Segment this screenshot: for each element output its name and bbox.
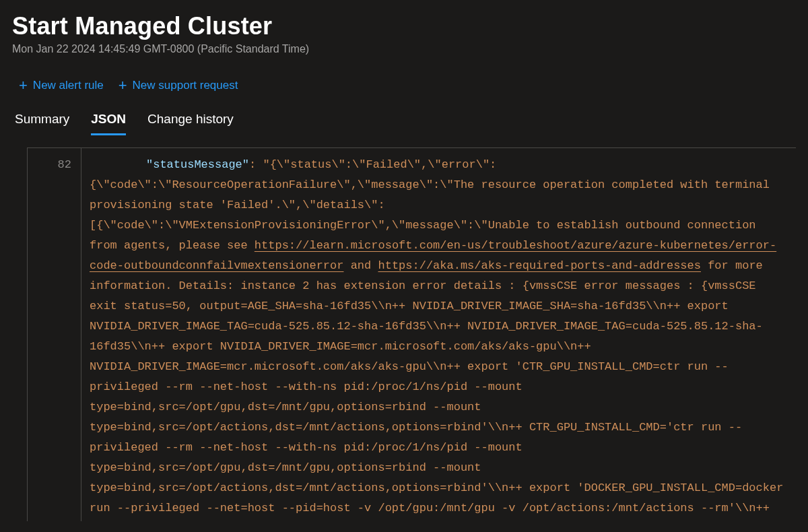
json-value-between: and [343, 259, 378, 272]
new-support-request-button[interactable]: + New support request [119, 78, 238, 93]
new-support-label: New support request [133, 79, 238, 92]
detail-tabs: Summary JSON Change history [12, 112, 796, 135]
line-number: 82 [28, 155, 71, 175]
new-alert-label: New alert rule [33, 79, 104, 92]
action-bar: + New alert rule + New support request [12, 78, 796, 93]
doc-link-ports[interactable]: https://aka.ms/aks-required-ports-and-ad… [378, 259, 700, 272]
page-title: Start Managed Cluster [12, 0, 796, 40]
json-code-body[interactable]: "statusMessage": "{\"status\":\"Failed\"… [81, 148, 796, 521]
json-code-panel: 82 "statusMessage": "{\"status\":\"Faile… [27, 147, 796, 521]
json-key: "statusMessage" [146, 158, 249, 171]
new-alert-rule-button[interactable]: + New alert rule [19, 78, 104, 93]
tab-summary[interactable]: Summary [15, 112, 69, 135]
json-value-part2: for more information. Details: instance … [90, 259, 790, 521]
activity-log-detail-page: Start Managed Cluster Mon Jan 22 2024 14… [0, 0, 808, 521]
plus-icon: + [19, 78, 28, 93]
plus-icon: + [119, 78, 127, 93]
json-value-part1: : "{\"status\":\"Failed\",\"error\":{\"c… [90, 158, 776, 252]
line-number-gutter: 82 [28, 148, 81, 521]
tab-change-history[interactable]: Change history [147, 112, 234, 135]
tab-json[interactable]: JSON [91, 112, 126, 135]
page-subtitle: Mon Jan 22 2024 14:45:49 GMT-0800 (Pacif… [12, 43, 796, 55]
